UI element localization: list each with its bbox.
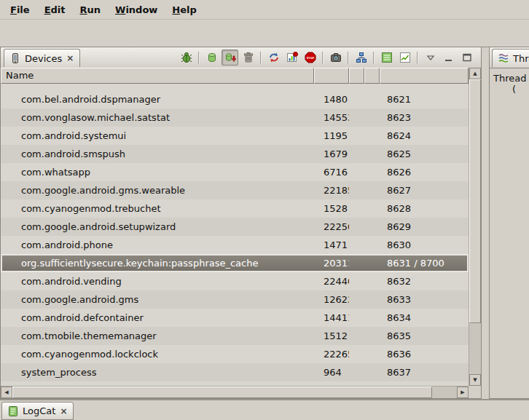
- table-row[interactable]: com.android.phone 1471 8630: [1, 236, 469, 254]
- table-row[interactable]: com.google.android.setupwizard 22250 862…: [1, 218, 469, 236]
- scroll-up-icon[interactable]: ▲: [469, 68, 481, 79]
- system-info-icon[interactable]: [378, 49, 395, 66]
- process-port: 8626: [380, 167, 469, 178]
- table-row[interactable]: com.vonglasow.michael.satstat 14553 8623: [1, 108, 469, 127]
- dump-hprof-icon[interactable]: [222, 49, 238, 66]
- process-port: 8634: [380, 312, 469, 323]
- close-icon[interactable]: ×: [66, 54, 74, 63]
- scroll-down-icon[interactable]: ▼: [469, 374, 481, 386]
- process-port: 8632: [380, 276, 469, 287]
- horizontal-scrollbar-thumb[interactable]: [12, 387, 432, 398]
- stop-process-icon[interactable]: STOP: [302, 49, 318, 66]
- update-threads-icon[interactable]: [265, 49, 282, 66]
- devices-toolbar: STOP: [178, 49, 475, 66]
- table-row[interactable]: com.google.android.gms.wearable 22185 86…: [1, 181, 469, 199]
- process-port: 8627: [380, 185, 469, 196]
- menu-window[interactable]: Window: [108, 2, 165, 17]
- process-port: 8625: [380, 148, 469, 159]
- start-method-profiling-icon[interactable]: [283, 49, 300, 66]
- table-row[interactable]: com.cyanogenmod.lockclock 22265 8636: [1, 345, 469, 363]
- horizontal-scrollbar[interactable]: ◀ ▶: [1, 386, 469, 398]
- process-name: com.cyanogenmod.trebuchet: [1, 203, 314, 214]
- menu-run[interactable]: Run: [73, 2, 109, 17]
- process-table-body: com.bel.android.dspmanager 1480 8621 com…: [1, 84, 469, 386]
- threads-view: Threads Thread up (: [489, 47, 529, 399]
- tab-devices[interactable]: Devices ×: [4, 49, 80, 67]
- column-header-pid: [314, 68, 349, 84]
- process-name: com.android.phone: [1, 239, 314, 250]
- threads-message-line2: (: [512, 84, 529, 95]
- process-pid: 1195: [314, 130, 349, 141]
- process-pid: 22185: [314, 185, 349, 196]
- process-port: 8624: [380, 130, 469, 141]
- process-port: 8630: [380, 239, 469, 250]
- tab-threads[interactable]: Threads: [492, 49, 529, 67]
- graph-icon[interactable]: [396, 49, 413, 66]
- process-port: 8628: [380, 203, 469, 214]
- close-icon[interactable]: ×: [59, 407, 68, 416]
- process-port: 8636: [380, 349, 469, 360]
- process-port: 8621: [380, 94, 469, 105]
- menu-help[interactable]: Help: [165, 2, 203, 17]
- process-name: com.google.android.setupwizard: [1, 221, 314, 232]
- column-header-port: [380, 68, 469, 84]
- vertical-scrollbar-thumb[interactable]: [469, 79, 481, 323]
- bottom-view-bar: LogCat ×: [0, 399, 529, 420]
- table-row[interactable]: com.whatsapp 6716 8626: [1, 163, 469, 181]
- threads-view-header: Threads: [490, 47, 529, 68]
- scroll-right-icon[interactable]: ▶: [457, 387, 469, 398]
- toolbar-separator: [417, 52, 418, 64]
- process-pid: 1480: [314, 94, 349, 105]
- process-name: com.android.systemui: [1, 130, 314, 141]
- process-pid: 22265: [314, 349, 349, 360]
- table-row[interactable]: com.bel.android.dspmanager 1480 8621: [1, 90, 469, 108]
- screen-capture-icon[interactable]: [327, 49, 344, 66]
- table-row[interactable]: com.google.android.gms 12623 8633: [1, 290, 469, 309]
- vertical-scrollbar[interactable]: ▲ ▼: [469, 68, 481, 386]
- hierarchy-view-icon[interactable]: [353, 49, 369, 66]
- table-row[interactable]: com.tmobile.thememanager 1512 8635: [1, 327, 469, 345]
- column-header-name[interactable]: Name: [1, 68, 314, 84]
- process-pid: 1512: [314, 330, 349, 341]
- ddms-window: File Edit Run Window Help Devices ×: [0, 0, 529, 420]
- tab-threads-label: Threads: [513, 53, 529, 64]
- table-row[interactable]: system_process 964 8637: [1, 363, 469, 381]
- process-name: com.android.vending: [1, 276, 314, 287]
- cause-gc-icon[interactable]: [240, 49, 256, 66]
- process-pid: 1679: [314, 148, 349, 159]
- threads-icon: [498, 52, 509, 64]
- menu-file[interactable]: File: [3, 2, 37, 17]
- view-menu-icon[interactable]: [422, 49, 439, 66]
- process-pid: 14411: [314, 312, 349, 323]
- table-row[interactable]: com.android.defcontainer 14411 8634: [1, 309, 469, 327]
- process-name: com.bel.android.dspmanager: [1, 94, 314, 105]
- process-pid: 22440: [314, 276, 349, 287]
- update-heap-icon[interactable]: [203, 49, 220, 66]
- menu-bar: File Edit Run Window Help: [0, 0, 529, 19]
- tab-devices-label: Devices: [25, 53, 62, 64]
- devices-view: Devices ×: [0, 47, 482, 399]
- process-pid: 14553: [314, 112, 349, 123]
- table-row[interactable]: com.android.systemui 1195 8624: [1, 127, 469, 145]
- tab-logcat[interactable]: LogCat ×: [1, 402, 74, 420]
- threads-message-line1: Thread up: [493, 73, 529, 84]
- toolbar-separator: [198, 52, 200, 64]
- process-port: 8635: [380, 330, 469, 341]
- minimize-icon[interactable]: [440, 49, 457, 66]
- process-name: org.sufficientlysecure.keychain:passphra…: [1, 258, 314, 269]
- process-name: com.google.android.gms: [1, 294, 314, 305]
- table-row[interactable]: org.sufficientlysecure.keychain:passphra…: [1, 254, 469, 272]
- table-row[interactable]: com.android.smspush 1679 8625: [1, 145, 469, 163]
- maximize-icon[interactable]: [458, 49, 475, 66]
- process-name: com.google.android.gms.wearable: [1, 185, 314, 196]
- process-name: com.cyanogenmod.lockclock: [1, 349, 314, 360]
- toolbar-separator: [373, 52, 375, 64]
- table-row[interactable]: com.cyanogenmod.trebuchet 1528 8628: [1, 199, 469, 218]
- scrollbar-corner: [469, 386, 481, 398]
- svg-text:STOP: STOP: [306, 57, 314, 60]
- scroll-left-icon[interactable]: ◀: [1, 387, 12, 398]
- process-pid: 1471: [314, 239, 349, 250]
- table-row[interactable]: com.android.vending 22440 8632: [1, 272, 469, 290]
- menu-edit[interactable]: Edit: [37, 2, 73, 17]
- debug-icon[interactable]: [178, 49, 195, 66]
